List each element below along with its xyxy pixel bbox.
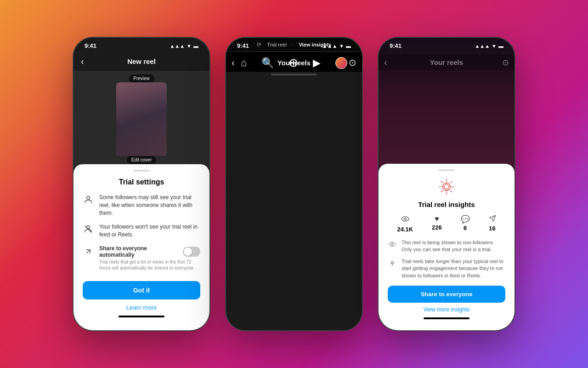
status-icons-2: ▲▲▲ ▼ ▬	[322, 43, 351, 49]
status-time-2: 9:41	[237, 42, 249, 49]
signal-icon: ▲▲▲	[170, 43, 185, 49]
svg-line-12	[441, 191, 442, 192]
comments-stat: 💬 6	[461, 215, 470, 233]
eye-icon	[388, 240, 397, 249]
svg-line-9	[441, 182, 442, 183]
shares-stat: 16	[489, 215, 496, 233]
share-everyone-button[interactable]: Share to everyone	[388, 286, 505, 303]
svg-point-16	[450, 186, 451, 188]
svg-point-3	[443, 183, 451, 191]
toggle-switch[interactable]	[183, 247, 200, 257]
views-stat: 24.1K	[397, 215, 413, 233]
trial-reel-icon	[436, 177, 457, 197]
setting-item-2: Your followers won't see your trial reel…	[83, 223, 200, 239]
wifi-icon-2: ▼	[339, 43, 344, 49]
comments-count: 6	[464, 224, 467, 231]
nav-bar-1: ‹ New reel	[74, 52, 209, 70]
preview-badge[interactable]: Preview	[129, 75, 154, 82]
likes-count: 226	[432, 224, 442, 231]
video-preview-area: Preview Edit cover	[74, 71, 209, 167]
toggle-sub: Trial reels that get a lot of views in t…	[99, 259, 200, 271]
svg-point-18	[391, 243, 393, 245]
back-icon-2[interactable]: ‹	[232, 58, 243, 68]
sheet-title: Trial settings	[83, 178, 200, 186]
insights-stats: 24.1K ♥ 226 💬 6 16	[388, 215, 505, 233]
insight-text-2: Trial reels take longer than your typica…	[401, 258, 505, 279]
wifi-icon-3: ▼	[492, 43, 497, 49]
svg-point-13	[446, 182, 447, 184]
person-icon	[83, 194, 94, 205]
svg-point-15	[442, 186, 443, 188]
setting-text-1: Some followers may still see your trial …	[99, 194, 200, 217]
shares-count: 16	[489, 225, 495, 232]
page-title-1: New reel	[92, 58, 191, 65]
svg-point-14	[446, 190, 447, 191]
insights-title: Trial reel insights	[388, 201, 505, 208]
status-bar-2: 9:41 ▲▲▲ ▼ ▬	[226, 38, 362, 51]
shares-icon	[489, 215, 496, 224]
svg-point-17	[404, 218, 407, 220]
status-icons-1: ▲▲▲ ▼ ▬	[170, 43, 198, 49]
svg-line-10	[451, 191, 452, 192]
views-icon	[401, 215, 409, 225]
edit-cover-badge[interactable]: Edit cover	[127, 156, 156, 164]
home-indicator-1	[119, 316, 164, 317]
trial-settings-sheet: Trial settings Some followers may still …	[74, 164, 209, 330]
phone-1: 9:41 ▲▲▲ ▼ ▬ ‹ New reel Preview Edit cov…	[73, 37, 210, 331]
phone-2: 9:41 ▲▲▲ ▼ ▬ ‹ Your reels ⊙	[225, 37, 363, 331]
status-time-1: 9:41	[85, 42, 96, 49]
insights-sheet: Trial reel insights 24.1K ♥ 226 💬 6	[379, 164, 514, 330]
learn-more-link[interactable]: Learn more	[83, 304, 200, 311]
svg-point-0	[87, 196, 90, 200]
insight-info-1: This reel is being shown to non-follower…	[388, 239, 505, 253]
views-count: 24.1K	[397, 226, 413, 233]
battery-icon: ▬	[193, 43, 198, 49]
likes-icon-3: ♥	[435, 215, 439, 223]
toggle-row: Share to everyone automatically	[99, 245, 200, 258]
home-indicator-2	[271, 74, 317, 75]
toggle-label: Share to everyone automatically	[99, 245, 183, 258]
phone3-nav-bar: ‹ Your reels ⊙	[379, 54, 514, 70]
view-more-insights-link[interactable]: View more insights	[388, 306, 505, 313]
setting-text-2: Your followers won't see your trial reel…	[99, 223, 200, 239]
svg-line-2	[85, 226, 92, 233]
signal-icon-2: ▲▲▲	[322, 43, 337, 49]
toggle-container: Share to everyone automatically Trial re…	[83, 245, 200, 271]
battery-icon-2: ▬	[346, 43, 351, 49]
status-icons-3: ▲▲▲ ▼ ▬	[475, 43, 503, 49]
back-icon-1[interactable]: ‹	[81, 56, 92, 67]
sheet-handle	[133, 170, 150, 172]
pin-icon	[388, 259, 397, 268]
no-followers-icon	[83, 224, 94, 235]
status-bar-3: 9:41 ▲▲▲ ▼ ▬	[379, 38, 514, 51]
reel-nav-bar: ‹ Your reels ⊙	[226, 54, 362, 71]
camera-icon-3[interactable]: ⊙	[498, 58, 509, 68]
likes-stat: ♥ 226	[432, 215, 442, 233]
svg-point-4	[444, 184, 449, 189]
insight-text-1: This reel is being shown to non-follower…	[401, 239, 505, 253]
home-indicator-3	[424, 317, 469, 319]
camera-icon[interactable]: ⊙	[345, 57, 356, 68]
video-thumbnail	[116, 82, 167, 156]
setting-item-1: Some followers may still see your trial …	[83, 194, 200, 217]
comments-icon-3: 💬	[461, 215, 470, 224]
reel-nav-title: Your reels	[243, 59, 345, 67]
battery-icon-3: ▬	[498, 43, 503, 49]
insights-handle	[438, 169, 455, 171]
got-it-button[interactable]: Got it	[83, 281, 200, 299]
wifi-icon: ▼	[187, 43, 192, 49]
signal-icon-3: ▲▲▲	[475, 43, 490, 49]
insights-icon-container	[388, 177, 505, 197]
insight-info-2: Trial reels take longer than your typica…	[388, 258, 505, 279]
share-icon	[83, 246, 94, 257]
svg-line-11	[451, 182, 452, 183]
status-bar-1: 9:41 ▲▲▲ ▼ ▬	[74, 38, 209, 51]
status-time-3: 9:41	[390, 42, 401, 49]
back-icon-3[interactable]: ‹	[384, 57, 395, 68]
phone3-nav-title: Your reels	[395, 58, 498, 66]
phone-3: 9:41 ▲▲▲ ▼ ▬ ‹ Your reels ⊙	[378, 37, 515, 331]
toggle-content: Share to everyone automatically Trial re…	[99, 245, 200, 271]
